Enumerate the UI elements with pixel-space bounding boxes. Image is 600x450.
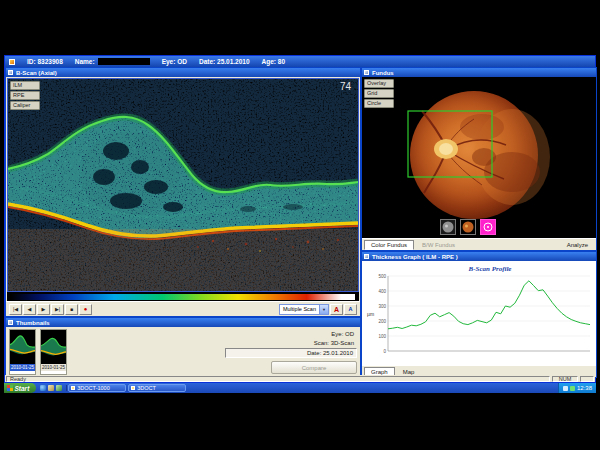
task-icon: [131, 386, 135, 390]
thumbnail-date-1: 2010-01-25: [10, 364, 35, 371]
tray-icon-1[interactable]: [563, 386, 568, 391]
thickness-chart: B-Scan Profile µm 0100200300400500: [362, 261, 596, 365]
patient-name-label: Name:: [75, 58, 95, 65]
start-label: Start: [15, 385, 30, 392]
overlay-button[interactable]: Overlay: [364, 79, 394, 88]
circle-button[interactable]: Circle: [364, 99, 394, 108]
scan-mode-value: Multiple Scan: [283, 306, 316, 312]
rpe-button[interactable]: RPE: [10, 91, 40, 100]
bscan-title: B-Scan (Axial): [16, 70, 57, 76]
status-blank: [580, 376, 594, 382]
svg-text:300: 300: [378, 304, 386, 309]
svg-text:200: 200: [378, 319, 386, 324]
thumbnail-item-1[interactable]: 2010-01-25: [9, 329, 36, 375]
font-small-button[interactable]: A: [344, 304, 357, 315]
thumbnail-bscan-image-2: [41, 330, 66, 364]
bscan-window-icon: [8, 70, 13, 75]
thumbnails-titlebar[interactable]: Thumbnails: [6, 318, 360, 327]
taskbar-item-3doct[interactable]: 3DOCT: [128, 384, 186, 392]
tab-bw-fundus[interactable]: B/W Fundus: [415, 240, 462, 250]
fundus-title: Fundus: [372, 70, 394, 76]
y-axis-label: µm: [367, 311, 374, 317]
clock[interactable]: 12:38: [577, 385, 592, 391]
playback-controls: |◀ ◀ ▶ ▶| ■ ● Multiple Scan ▼ A A: [6, 301, 360, 316]
bscan-window: B-Scan (Axial): [5, 67, 361, 317]
windows-logo-icon: [7, 385, 13, 391]
scan-mode-select[interactable]: Multiple Scan ▼: [279, 304, 329, 315]
compare-button[interactable]: Compare: [271, 361, 357, 374]
last-frame-button[interactable]: ▶|: [51, 304, 64, 315]
start-button[interactable]: Start: [4, 383, 36, 393]
status-ready: Ready: [6, 376, 550, 382]
thickness-window: Thickness Graph ( ILM - RPE ) B-Scan Pro…: [361, 251, 597, 378]
bw-fundus-thumb[interactable]: [440, 219, 456, 235]
play-button[interactable]: ▶: [37, 304, 50, 315]
info-scan-type: Scan: 3D-Scan: [225, 339, 357, 347]
fundus-tab-row: Color Fundus B/W Fundus Analyze: [362, 238, 596, 250]
info-date-select[interactable]: Date: 25.01.2010: [225, 348, 357, 358]
circle-tool-thumb[interactable]: [480, 219, 496, 235]
app-titlebar[interactable]: ID: 8323908 Name: Eye: OD Date: 25.01.20…: [5, 56, 595, 67]
colorbar-row: [7, 292, 359, 301]
font-large-button[interactable]: A: [330, 304, 343, 315]
thumbnails-window-icon: [8, 320, 13, 325]
bscan-canvas[interactable]: ILM RPE Caliper 74: [7, 78, 359, 292]
status-num: NUM: [552, 376, 578, 382]
oct-application-window: ID: 8323908 Name: Eye: OD Date: 25.01.20…: [4, 55, 596, 383]
record-button[interactable]: ●: [79, 304, 92, 315]
fundus-window: Fundus: [361, 67, 597, 251]
intensity-colorbar: [11, 294, 355, 300]
fundus-photo: [362, 77, 596, 238]
stop-button[interactable]: ■: [65, 304, 78, 315]
thumbnail-date-2: 2010-01-25: [41, 364, 66, 371]
caliper-button[interactable]: Caliper: [10, 101, 40, 110]
statusbar: Ready NUM: [5, 375, 595, 382]
taskbar-item-3doct-1000[interactable]: 3DOCT-1000: [68, 384, 126, 392]
thumbnails-title: Thumbnails: [16, 320, 50, 326]
analyze-button[interactable]: Analyze: [561, 241, 594, 249]
chart-title: B-Scan Profile: [468, 265, 512, 273]
color-fundus-thumb[interactable]: [460, 219, 476, 235]
tray-icon-2[interactable]: [570, 386, 575, 391]
fundus-window-icon: [364, 70, 369, 75]
task-label: 3DOCT: [137, 385, 156, 391]
thickness-profile-line: [388, 281, 590, 329]
info-eye: Eye: OD: [225, 330, 357, 338]
patient-id: ID: 8323908: [27, 58, 63, 65]
taskbar: Start 3DOCT-1000 3DOCT 12:38: [4, 383, 596, 393]
task-icon: [71, 386, 75, 390]
app-icon: [9, 59, 15, 65]
grid-button[interactable]: Grid: [364, 89, 394, 98]
quick-launch-app-icon[interactable]: [56, 385, 62, 391]
thumbnail-item-2[interactable]: 2010-01-25: [40, 329, 67, 375]
quick-launch: [36, 385, 67, 391]
svg-text:500: 500: [378, 274, 386, 279]
fundus-titlebar[interactable]: Fundus: [362, 68, 596, 77]
thumbnails-window: Thumbnails 2010-01-25: [5, 317, 361, 378]
frame-number: 74: [340, 81, 351, 92]
quick-launch-browser-icon[interactable]: [40, 385, 46, 391]
ilm-button[interactable]: ILM: [10, 81, 40, 90]
scan-info-panel: Eye: OD Scan: 3D-Scan Date: 25.01.2010 C…: [225, 329, 357, 375]
step-back-button[interactable]: ◀: [23, 304, 36, 315]
tab-color-fundus[interactable]: Color Fundus: [364, 240, 414, 250]
patient-name-redacted: [98, 58, 150, 65]
svg-text:100: 100: [378, 334, 386, 339]
patient-age: Age: 80: [262, 58, 285, 65]
first-frame-button[interactable]: |◀: [9, 304, 22, 315]
quick-launch-desktop-icon[interactable]: [48, 385, 54, 391]
patient-name-group: Name:: [75, 58, 150, 65]
svg-text:0: 0: [383, 349, 386, 354]
bscan-image: [8, 79, 358, 291]
fundus-canvas[interactable]: Overlay Grid Circle: [362, 77, 596, 238]
thickness-window-icon: [364, 254, 369, 259]
svg-text:400: 400: [378, 289, 386, 294]
bscan-titlebar[interactable]: B-Scan (Axial): [6, 68, 360, 77]
exam-date: Date: 25.01.2010: [199, 58, 250, 65]
dropdown-arrow-icon: ▼: [319, 305, 328, 314]
task-label: 3DOCT-1000: [77, 385, 109, 391]
thickness-titlebar[interactable]: Thickness Graph ( ILM - RPE ): [362, 252, 596, 261]
fundus-thumbnails: [440, 219, 496, 235]
system-tray: 12:38: [558, 383, 596, 393]
chart-gridlines: 0100200300400500: [378, 274, 590, 354]
